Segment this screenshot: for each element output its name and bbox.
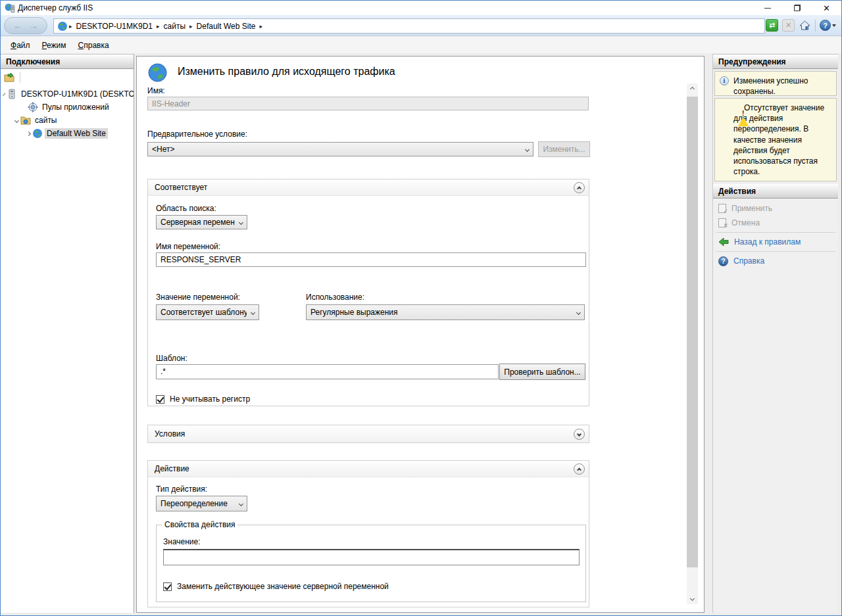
match-section-title: Соответствует: [155, 183, 207, 192]
expander-icon[interactable]: [14, 118, 19, 122]
cancel-label: Отмена: [731, 218, 760, 227]
crumb-arrow-icon: ▸: [69, 23, 72, 30]
value-input[interactable]: [163, 549, 580, 565]
page-title: Изменить правило для исходящего трафика: [178, 66, 395, 78]
action-type-label: Тип действия:: [156, 485, 207, 494]
value-label: Значение:: [163, 537, 201, 546]
apply-label: Применить: [731, 204, 772, 213]
connections-toolbar: [1, 69, 134, 86]
breadcrumb-default-web-site[interactable]: Default Web Site: [197, 22, 256, 31]
title-bar: Диспетчер служб IIS ✕: [1, 1, 841, 15]
tree-item-label: Пулы приложений: [40, 102, 111, 112]
scope-label: Область поиска:: [156, 204, 216, 213]
tree-item-server[interactable]: DESKTOP-U1MK9D1 (DESKTOP: [1, 87, 134, 101]
scroll-up-button[interactable]: [687, 83, 698, 95]
server-icon: [7, 89, 17, 99]
tree-item-default-web-site[interactable]: Default Web Site: [1, 127, 134, 140]
test-pattern-button[interactable]: Проверить шаблон...: [499, 364, 585, 380]
workspace: Подключения DESKTOP-U1MK9D1 (DESKTOP: [1, 53, 841, 616]
create-connection-icon[interactable]: [4, 72, 16, 83]
cancel-action[interactable]: Отмена: [713, 216, 838, 230]
collapse-section-button[interactable]: [574, 182, 585, 193]
precondition-select[interactable]: <Нет>: [147, 142, 533, 156]
apply-action[interactable]: Применить: [713, 201, 838, 216]
help-label: Справка: [733, 256, 764, 266]
site-globe-icon: [32, 128, 43, 139]
help-icon: ?: [820, 20, 831, 31]
replace-value-checkbox[interactable]: [163, 582, 172, 591]
actions-separator: [716, 251, 835, 252]
precondition-label: Предварительное условие:: [147, 130, 247, 139]
actions-separator: [716, 232, 835, 233]
globe-icon: [57, 21, 68, 32]
scope-select[interactable]: Серверная переменн: [156, 215, 247, 229]
help-menu-button[interactable]: ?: [820, 20, 836, 31]
breadcrumb-sites[interactable]: сайты: [164, 22, 186, 31]
info-icon: i: [720, 76, 729, 85]
home-icon: [799, 20, 810, 30]
refresh-button[interactable]: ⇄: [766, 19, 778, 32]
back-to-rules-action[interactable]: Назад к правилам: [713, 235, 838, 249]
name-input: IIS-Header: [147, 97, 589, 110]
pattern-input[interactable]: .*: [156, 364, 499, 379]
stop-button[interactable]: ✕: [782, 19, 795, 32]
chevron-down-icon: [235, 502, 247, 506]
variable-value-select[interactable]: Соответствует шаблону: [156, 304, 259, 320]
menu-bar: Файл Режим Справка: [1, 37, 841, 53]
ignore-case-checkbox[interactable]: [156, 395, 164, 404]
expander-icon[interactable]: [3, 93, 5, 95]
address-bar: ← → ▸ DESKTOP-U1MK9D1 ▸ сайты ▸ Default …: [1, 15, 841, 36]
minimize-icon: [764, 8, 771, 9]
expander-icon[interactable]: [26, 131, 31, 135]
name-label: Имя:: [147, 86, 165, 95]
variable-value-label: Значение переменной:: [156, 293, 240, 302]
action-type-select[interactable]: Переопределение: [156, 496, 247, 511]
restore-icon: [794, 5, 801, 11]
action-section: Действие Тип действия: Переопределение С…: [147, 460, 589, 607]
edit-button[interactable]: Изменить...: [538, 141, 590, 157]
chevron-down-icon: [690, 596, 695, 601]
warning-icon: [738, 108, 749, 126]
conditions-section: Условия: [147, 425, 589, 443]
breadcrumb[interactable]: ▸ DESKTOP-U1MK9D1 ▸ сайты ▸ Default Web …: [53, 18, 765, 34]
tree-item-label: Default Web Site: [45, 128, 108, 139]
collapse-section-button[interactable]: [574, 463, 585, 475]
crumb-arrow-icon: ▸: [157, 23, 160, 30]
chevron-down-icon: [577, 431, 582, 436]
forward-button[interactable]: →: [29, 21, 38, 30]
scroll-down-button[interactable]: [687, 593, 698, 604]
scrollbar-thumb[interactable]: [687, 97, 698, 567]
iis-manager-window: Диспетчер служб IIS ✕ ← → ▸ DESKTOP-U1MK…: [0, 0, 842, 616]
info-alert: i Изменения успешно сохранены.: [714, 71, 837, 96]
tree-item-app-pools[interactable]: Пулы приложений: [1, 101, 134, 114]
restore-button[interactable]: [782, 1, 812, 15]
variable-value-value: Соответствует шаблону: [157, 308, 247, 317]
sites-folder-icon: [20, 115, 31, 126]
precondition-value: <Нет>: [148, 145, 521, 154]
menu-file[interactable]: Файл: [5, 39, 36, 52]
content-scrollbar[interactable]: [687, 83, 698, 604]
app-pools-icon: [28, 102, 38, 112]
warning-alert: Отсутствует значение для действия переоп…: [714, 98, 837, 181]
close-button[interactable]: ✕: [812, 1, 841, 15]
help-icon: ?: [718, 256, 728, 266]
expand-section-button[interactable]: [574, 429, 585, 440]
home-button[interactable]: [799, 19, 811, 32]
help-action[interactable]: ? Справка: [713, 254, 838, 268]
replace-value-row: Заменить действующее значение серверной …: [163, 582, 389, 591]
info-alert-text: Изменения успешно сохранены.: [733, 76, 808, 96]
scope-value: Серверная переменн: [157, 218, 235, 227]
action-section-title: Действие: [155, 464, 189, 473]
variable-name-input[interactable]: RESPONSE_SERVER: [156, 252, 586, 267]
crumb-arrow-icon: ▸: [259, 23, 262, 30]
minimize-button[interactable]: [753, 1, 782, 15]
tree-item-sites[interactable]: сайты: [1, 114, 134, 127]
tree-item-label: DESKTOP-U1MK9D1 (DESKTOP: [19, 89, 134, 99]
using-select[interactable]: Регулярные выражения: [306, 304, 585, 320]
back-button[interactable]: ←: [13, 21, 22, 30]
replace-value-label: Заменить действующее значение серверной …: [177, 582, 389, 591]
breadcrumb-server[interactable]: DESKTOP-U1MK9D1: [76, 22, 153, 31]
toolbar-separator: [815, 20, 816, 32]
menu-view[interactable]: Режим: [36, 39, 72, 52]
menu-help[interactable]: Справка: [72, 39, 115, 52]
